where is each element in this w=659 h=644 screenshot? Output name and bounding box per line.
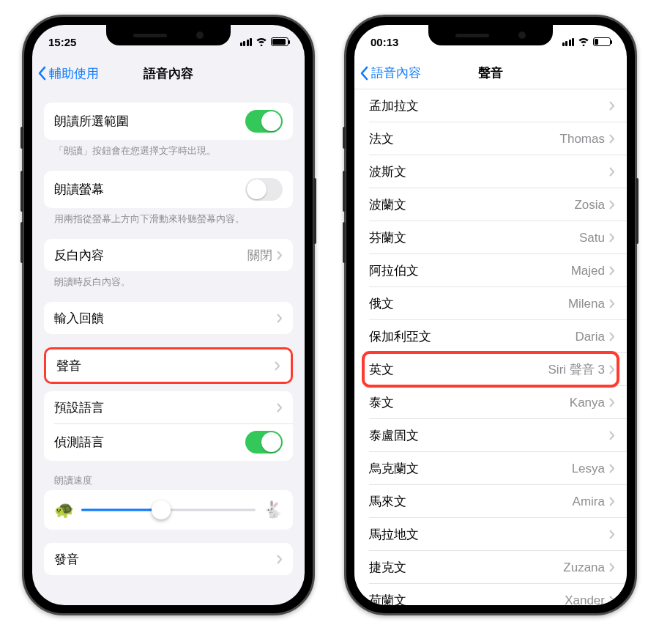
- signal-icon: [240, 38, 253, 46]
- footer-text: 用兩指從螢幕上方向下滑動來聆聽螢幕內容。: [44, 208, 293, 226]
- chevron-right-icon: [277, 403, 283, 412]
- language-row[interactable]: 保加利亞文Daria: [354, 320, 627, 353]
- row-label: 偵測語言: [54, 434, 104, 451]
- row-typing-feedback[interactable]: 輸入回饋: [44, 302, 293, 334]
- rabbit-icon: 🐇: [263, 500, 283, 519]
- chevron-right-icon: [609, 431, 615, 440]
- voice-value: Satu: [579, 231, 605, 245]
- language-row[interactable]: 孟加拉文: [354, 89, 627, 122]
- back-label: 語音內容: [371, 64, 421, 81]
- language-label: 荷蘭文: [369, 592, 406, 605]
- voice-value: Lesya: [572, 462, 605, 476]
- language-label: 馬來文: [369, 493, 406, 510]
- rate-slider[interactable]: [81, 500, 256, 519]
- row-speaking-rate[interactable]: 🐢 🐇: [44, 490, 293, 530]
- chevron-right-icon: [609, 464, 615, 473]
- back-label: 輔助使用: [49, 65, 99, 82]
- voice-value: Siri 聲音 3: [548, 361, 605, 378]
- row-highlight-content[interactable]: 反白內容 關閉: [44, 239, 293, 271]
- toggle-speak-screen[interactable]: [245, 178, 283, 201]
- voice-value: Milena: [568, 297, 605, 311]
- voice-value: Zuzana: [563, 560, 605, 575]
- row-pronunciation[interactable]: 發音: [44, 543, 293, 575]
- chevron-right-icon: [609, 530, 615, 539]
- language-row[interactable]: 泰盧固文: [354, 419, 627, 452]
- chevron-left-icon: [360, 66, 369, 81]
- language-row[interactable]: 泰文Kanya: [354, 386, 627, 419]
- language-label: 波蘭文: [369, 196, 406, 213]
- row-label: 發音: [54, 551, 79, 568]
- language-row[interactable]: 捷克文Zuzana: [354, 551, 627, 584]
- row-voices[interactable]: 聲音: [46, 349, 291, 382]
- row-detect-language[interactable]: 偵測語言: [44, 423, 293, 461]
- chevron-right-icon: [609, 134, 615, 144]
- chevron-right-icon: [277, 314, 283, 323]
- voice-value: Kanya: [570, 396, 605, 410]
- row-speak-screen[interactable]: 朗讀螢幕: [44, 171, 293, 208]
- toggle-speak-selection[interactable]: [245, 110, 283, 133]
- nav-bar: 語音內容 聲音: [354, 57, 627, 89]
- language-label: 英文: [369, 361, 394, 378]
- language-label: 馬拉地文: [369, 526, 419, 543]
- row-speak-selection[interactable]: 朗讀所選範圍: [44, 103, 293, 140]
- language-label: 泰文: [369, 394, 394, 411]
- language-row[interactable]: 芬蘭文Satu: [354, 221, 627, 254]
- chevron-left-icon: [38, 66, 47, 81]
- chevron-right-icon: [609, 563, 615, 572]
- signal-icon: [562, 38, 575, 46]
- chevron-right-icon: [609, 332, 615, 341]
- chevron-right-icon: [609, 596, 615, 605]
- phone-right: 00:13 語音內容 聲音 孟加拉文法文Thomas波斯文波蘭文Zosia芬蘭文…: [344, 15, 637, 615]
- screen: 00:13 語音內容 聲音 孟加拉文法文Thomas波斯文波蘭文Zosia芬蘭文…: [354, 25, 627, 605]
- language-label: 波斯文: [369, 163, 406, 180]
- language-row[interactable]: 馬來文Amira: [354, 485, 627, 518]
- chevron-right-icon: [609, 266, 615, 275]
- language-label: 芬蘭文: [369, 229, 406, 246]
- chevron-right-icon: [609, 101, 615, 111]
- row-default-language[interactable]: 預設語言: [44, 391, 293, 423]
- language-label: 孟加拉文: [369, 97, 419, 114]
- row-label: 朗讀螢幕: [54, 181, 104, 198]
- row-label: 預設語言: [54, 399, 104, 416]
- language-label: 泰盧固文: [369, 427, 419, 444]
- language-row[interactable]: 英文Siri 聲音 3: [354, 353, 627, 386]
- language-label: 保加利亞文: [369, 328, 431, 345]
- row-value: 關閉: [247, 247, 272, 264]
- language-row[interactable]: 波蘭文Zosia: [354, 188, 627, 221]
- language-label: 俄文: [369, 295, 394, 312]
- battery-icon: [593, 37, 611, 46]
- wifi-icon: [578, 37, 589, 46]
- voice-value: Thomas: [560, 132, 605, 147]
- language-row[interactable]: 馬拉地文: [354, 518, 627, 551]
- language-row[interactable]: 俄文Milena: [354, 287, 627, 320]
- voice-value: Xander: [565, 593, 605, 606]
- language-row[interactable]: 波斯文: [354, 155, 627, 188]
- voice-value: Amira: [573, 495, 605, 509]
- wifi-icon: [256, 37, 267, 46]
- voice-value: Daria: [575, 330, 605, 344]
- language-label: 阿拉伯文: [369, 262, 419, 279]
- language-row[interactable]: 法文Thomas: [354, 122, 627, 155]
- screen: 15:25 輔助使用 語音內容 朗讀所選範圍: [32, 25, 305, 605]
- back-button[interactable]: 輔助使用: [38, 65, 99, 82]
- row-label: 輸入回饋: [54, 310, 104, 327]
- row-label: 聲音: [56, 358, 81, 374]
- language-label: 法文: [369, 130, 394, 147]
- toggle-detect-language[interactable]: [245, 431, 283, 454]
- language-row[interactable]: 荷蘭文Xander: [354, 584, 627, 605]
- language-row[interactable]: 烏克蘭文Lesya: [354, 452, 627, 485]
- row-label: 朗讀所選範圍: [54, 113, 129, 130]
- voice-value: Majed: [571, 264, 605, 278]
- section-header: 朗讀速度: [44, 461, 293, 490]
- phone-left: 15:25 輔助使用 語音內容 朗讀所選範圍: [22, 15, 315, 615]
- chevron-right-icon: [609, 200, 615, 210]
- chevron-right-icon: [609, 167, 615, 177]
- back-button[interactable]: 語音內容: [360, 64, 421, 81]
- language-row[interactable]: 阿拉伯文Majed: [354, 254, 627, 287]
- chevron-right-icon: [609, 365, 615, 374]
- row-label: 反白內容: [54, 247, 104, 264]
- tortoise-icon: 🐢: [54, 500, 74, 519]
- footer-text: 「朗讀」按鈕會在您選擇文字時出現。: [44, 140, 293, 158]
- voice-value: Zosia: [574, 198, 605, 212]
- chevron-right-icon: [277, 251, 283, 260]
